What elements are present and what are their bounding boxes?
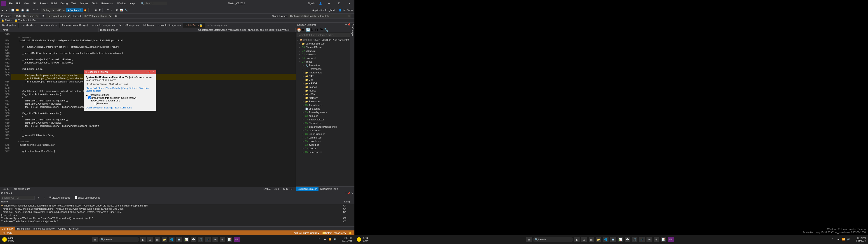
- hot-reload-icon[interactable]: 🔥: [83, 8, 88, 13]
- se-tab-diagnostic[interactable]: Diagnostic Tools: [318, 187, 340, 191]
- open-exception-settings-link[interactable]: Open Exception Settings: [86, 106, 113, 109]
- tree-node[interactable]: ▸C#Channel.cs: [296, 121, 354, 125]
- taskbar-search[interactable]: 🔍 Search: [98, 237, 139, 242]
- notifications-icon[interactable]: 🔔: [349, 232, 352, 235]
- show-external-code-button[interactable]: 📄 Show External Code: [73, 196, 102, 199]
- tree-node[interactable]: ▸📁Andromeda: [296, 71, 354, 74]
- se-dropdown-icon[interactable]: ▾: [345, 23, 347, 26]
- search-input[interactable]: [144, 2, 167, 5]
- pause-icon[interactable]: ⏸: [89, 8, 94, 13]
- lineending-indicator[interactable]: LF: [290, 188, 293, 190]
- app-icon[interactable]: 🎵: [632, 237, 638, 242]
- cs-tab-errorlist[interactable]: Error List: [67, 226, 81, 231]
- tab-andromeda-design[interactable]: Andromeda.cs [Design]: [60, 23, 90, 28]
- app-icon[interactable]: 🎮: [213, 237, 218, 242]
- live-share-button[interactable]: 👥 Live Share: [338, 8, 354, 13]
- breadcrumb-item[interactable]: 🔒 Thetis.ucInfoBar: [14, 19, 36, 22]
- git-changes-sidebar[interactable]: Git Changes: [350, 23, 354, 90]
- tree-node[interactable]: ▸C#AssemblyInfo.cs: [296, 111, 354, 114]
- exception-settings-header[interactable]: ▲ Exception Settings: [86, 94, 154, 96]
- tree-node[interactable]: ▾C#Thetis: [296, 60, 354, 63]
- tree-node[interactable]: ▸🔧Properties: [296, 63, 354, 67]
- toolbar-icon[interactable]: 📊: [119, 8, 124, 13]
- tree-node[interactable]: ▸📁Images: [296, 85, 354, 89]
- stackframe-dropdown[interactable]: Thetis.ucInfoBar.UpdateButtonState: [288, 14, 351, 18]
- tree-node[interactable]: ▸C#cwx.cs: [296, 147, 354, 150]
- nav-project[interactable]: Thetis: [0, 28, 98, 32]
- titlebar-search[interactable]: 🔍: [141, 2, 167, 5]
- se-properties-icon[interactable]: 🔧: [324, 28, 328, 32]
- tab-andromeda[interactable]: Andromeda.cs: [39, 23, 60, 28]
- callstack-row[interactable]: ➡Thetis.exe!Thetis.ucInfoBar.UpdateButto…: [0, 204, 354, 207]
- callstack-row[interactable]: Thetis.exe!System.Windows.Forms.CheckBox…: [0, 217, 354, 220]
- app-icon[interactable]: 📊: [618, 237, 623, 242]
- taskbar-search[interactable]: 🔍 Search: [532, 237, 573, 242]
- code-editor[interactable]: 5435445455465475485495505515525535545555…: [0, 32, 296, 187]
- thread-dropdown[interactable]: [32620] Main Thread: [83, 14, 112, 18]
- tab-ucinfobar[interactable]: ucInfoBar.cs 🔒: [183, 23, 205, 28]
- app-icon[interactable]: 💬: [625, 237, 630, 242]
- redo-icon[interactable]: ↷: [35, 8, 39, 13]
- tray-onedrive-icon[interactable]: ☁: [837, 238, 841, 241]
- nav-class[interactable]: Thetis.ucInfoBar: [98, 28, 197, 32]
- vs-icon[interactable]: VS: [234, 237, 240, 242]
- save-icon[interactable]: 💾: [20, 8, 25, 13]
- minimize-button[interactable]: ─: [324, 0, 334, 7]
- cs-dropdown-icon[interactable]: ▾: [345, 192, 347, 194]
- cs-tab-callstack[interactable]: Call Stack: [0, 226, 15, 231]
- weather-widget[interactable]: 84°FSunny: [0, 237, 16, 242]
- tab-checkboxts[interactable]: checkboxts.cs: [19, 23, 39, 28]
- se-home-icon[interactable]: 🏠: [297, 28, 301, 32]
- se-show-icon[interactable]: 👁: [319, 28, 323, 32]
- tray-volume-icon[interactable]: 🔊: [847, 238, 850, 241]
- tab-rawinput[interactable]: RawInput.cs: [0, 23, 19, 28]
- taskbar-clock[interactable]: 8:42 PM 9/23/2023: [854, 237, 868, 242]
- tree-node[interactable]: ▸▫References: [296, 67, 354, 71]
- undo-icon[interactable]: ↶: [32, 8, 35, 13]
- tree-node[interactable]: ▸📁KE9N: [296, 92, 354, 96]
- tree-node[interactable]: ▸C#console.cs: [296, 140, 354, 143]
- add-source-control-button[interactable]: ↑ Add to Source Control ▴: [292, 232, 319, 235]
- sign-in-link[interactable]: Sign in: [306, 2, 317, 5]
- copilot-icon[interactable]: ◎: [581, 237, 587, 242]
- continue-button[interactable]: ▶ Continue ▾: [66, 8, 83, 12]
- menu-test[interactable]: Test: [70, 2, 78, 5]
- app-icon[interactable]: 🎮: [647, 237, 652, 242]
- step-out-icon[interactable]: ↑: [110, 8, 113, 13]
- exception-pin-icon[interactable]: 📌: [148, 70, 151, 73]
- tray-onedrive-icon[interactable]: ☁: [323, 238, 327, 241]
- tree-node[interactable]: ▸📁Resources: [296, 100, 354, 103]
- se-sync-icon[interactable]: 🔄: [306, 28, 310, 32]
- tree-node[interactable]: ▸C#RawInput: [296, 56, 354, 60]
- tree-node[interactable]: ▸C#ChannelMaster: [296, 45, 354, 49]
- exception-popout-icon[interactable]: ▫: [145, 70, 146, 73]
- thetis-exe-checkbox[interactable]: [94, 102, 97, 105]
- se-tab-solution[interactable]: Solution Explorer: [296, 187, 318, 191]
- cs-tab-breakpoints[interactable]: Breakpoints: [15, 226, 32, 231]
- widgets-icon[interactable]: ▦: [155, 237, 160, 242]
- tree-node[interactable]: ▸📄app.config: [296, 107, 354, 111]
- tree-node[interactable]: ▸C#ColorButton.cs: [296, 132, 354, 136]
- tree-node[interactable]: ▸📁CAT: [296, 74, 354, 78]
- tab-metermanager[interactable]: MeterManager.cs: [117, 23, 141, 28]
- menu-file[interactable]: File: [7, 2, 14, 5]
- menu-view[interactable]: View: [22, 2, 31, 5]
- menu-help[interactable]: Help: [128, 2, 137, 5]
- cs-search-input[interactable]: [1, 196, 35, 200]
- toolbar-icon[interactable]: ⚙: [115, 8, 119, 13]
- breadcrumb-item[interactable]: 🔒 Thetis: [1, 19, 12, 22]
- stop-icon[interactable]: ⏹: [94, 8, 98, 13]
- close-button[interactable]: ✕: [344, 0, 354, 7]
- open-file-icon[interactable]: 📂: [15, 8, 20, 13]
- tree-node[interactable]: ▸C#AmpView.cs: [296, 103, 354, 107]
- solution-tree[interactable]: ▾📦Solution 'Thetis_VS2022' (7 of 7 proje…: [296, 38, 354, 186]
- taskbar-clock[interactable]: 8:42 PM 9/23/2023: [340, 237, 355, 242]
- copy-details-link[interactable]: Copy Details: [122, 87, 136, 89]
- app-icon[interactable]: 🎵: [198, 237, 204, 242]
- app-icon[interactable]: ⚙: [220, 237, 225, 242]
- app-icon[interactable]: ⚙: [654, 237, 659, 242]
- platform-dropdown[interactable]: x86: [55, 8, 66, 12]
- edit-conditions-link[interactable]: Edit Conditions: [115, 106, 132, 109]
- callstack-row[interactable]: Thetis.exe!Thetis.Console.SetupInfoBarBu…: [0, 207, 354, 211]
- tree-node[interactable]: ▸📁Memory: [296, 96, 354, 100]
